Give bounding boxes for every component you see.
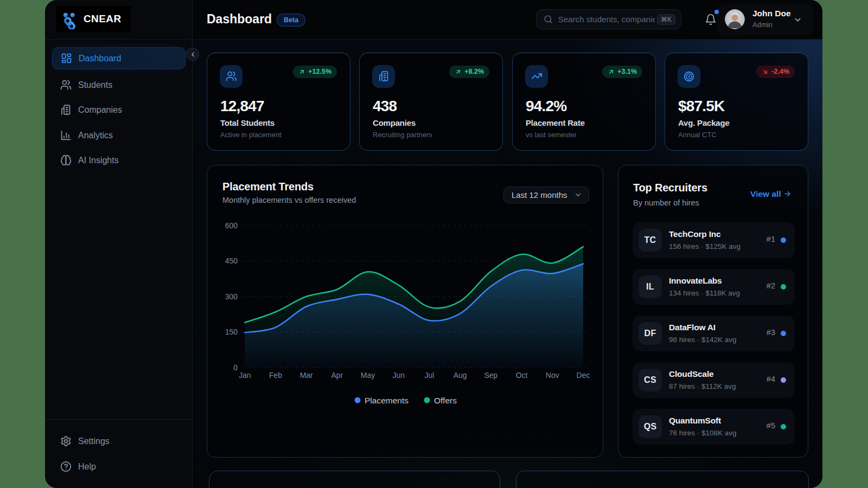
svg-text:0: 0 bbox=[233, 363, 238, 372]
svg-text:Feb: Feb bbox=[269, 371, 282, 380]
svg-text:Sep: Sep bbox=[484, 371, 497, 380]
svg-text:450: 450 bbox=[225, 256, 238, 265]
svg-text:Nov: Nov bbox=[546, 371, 559, 380]
svg-text:600: 600 bbox=[225, 221, 238, 229]
svg-text:300: 300 bbox=[225, 292, 238, 300]
svg-text:May: May bbox=[361, 371, 375, 380]
svg-text:Aug: Aug bbox=[454, 371, 467, 380]
svg-text:Jul: Jul bbox=[425, 371, 435, 380]
svg-text:150: 150 bbox=[225, 328, 238, 336]
svg-text:Oct: Oct bbox=[516, 371, 528, 380]
svg-text:Placements: Placements bbox=[365, 395, 409, 404]
svg-text:Jun: Jun bbox=[393, 371, 405, 380]
svg-text:Jan: Jan bbox=[239, 371, 251, 380]
svg-text:Dec: Dec bbox=[577, 371, 590, 380]
svg-text:Offers: Offers bbox=[434, 395, 457, 404]
svg-text:Apr: Apr bbox=[331, 371, 343, 380]
svg-text:Mar: Mar bbox=[300, 371, 313, 380]
